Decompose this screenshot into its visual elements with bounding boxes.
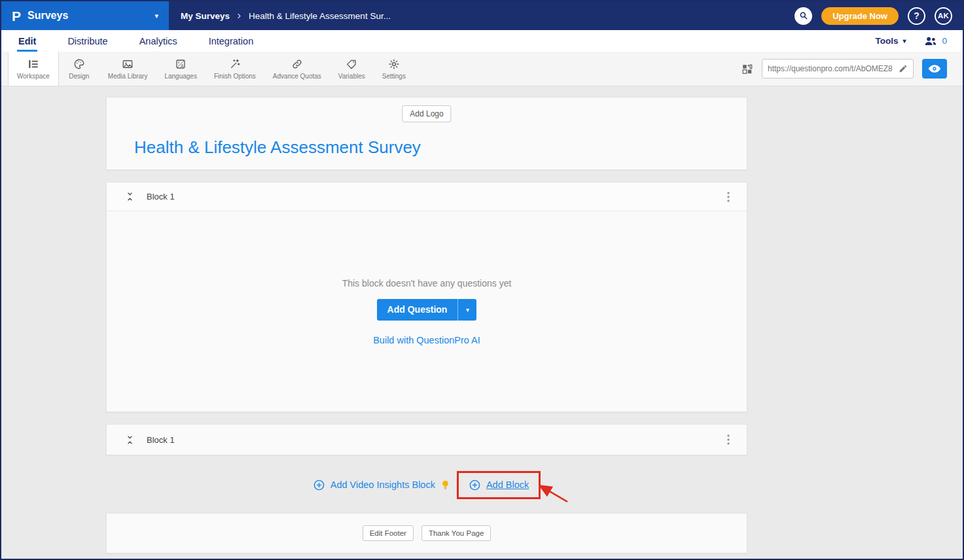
plus-circle-icon xyxy=(469,479,481,491)
block-title: Block 1 xyxy=(147,192,175,201)
toolbar-item-finish-options[interactable]: Finish Options xyxy=(205,52,264,86)
collaborators-button[interactable]: 0 xyxy=(924,36,947,46)
annotation-highlight-box: Add Block xyxy=(457,471,541,499)
breadcrumb-current: Health & Lifestyle Assessment Sur... xyxy=(249,11,391,21)
survey-footer-card: Edit Footer Thank You Page xyxy=(106,513,747,553)
questionpro-logo: P xyxy=(12,9,21,23)
toolbar-right xyxy=(741,52,956,86)
survey-editor-canvas: Add Logo Health & Lifestyle Assessment S… xyxy=(1,86,963,559)
survey-url-group xyxy=(762,59,914,79)
toolbar-item-label: Advance Quotas xyxy=(273,73,321,80)
survey-url-input[interactable] xyxy=(768,64,895,73)
toolbar-item-media-library[interactable]: Media Library xyxy=(99,52,156,86)
edit-footer-button[interactable]: Edit Footer xyxy=(363,525,414,541)
toolbar-item-label: Finish Options xyxy=(214,73,256,80)
chevron-right-icon xyxy=(236,13,242,19)
translate-icon: xA xyxy=(175,58,187,70)
tools-label: Tools xyxy=(875,36,898,46)
eye-icon xyxy=(928,64,941,73)
gear-icon xyxy=(388,58,400,70)
tab-analytics[interactable]: Analytics xyxy=(138,30,179,52)
block-body: This block doesn't have any questions ye… xyxy=(107,211,747,411)
lightbulb-icon xyxy=(440,480,450,491)
palette-icon xyxy=(73,58,85,70)
survey-title[interactable]: Health & Lifestyle Assessment Survey xyxy=(134,137,421,158)
magic-wand-icon xyxy=(229,58,241,70)
tab-integration[interactable]: Integration xyxy=(207,30,255,52)
app-window: P Surveys ▾ My Surveys Health & Lifestyl… xyxy=(0,0,964,560)
product-switcher[interactable]: P Surveys ▾ xyxy=(1,1,169,30)
link-icon xyxy=(291,58,303,70)
toolbar-item-label: Settings xyxy=(382,73,406,80)
product-name: Surveys xyxy=(27,10,68,22)
toolbar-item-label: Workspace xyxy=(17,73,50,80)
block-footer-bar: Block 1 xyxy=(106,424,747,455)
image-icon xyxy=(122,58,134,70)
build-with-ai-link[interactable]: Build with QuestionPro AI xyxy=(373,335,480,345)
svg-text:A: A xyxy=(181,63,184,67)
chevron-down-icon: ▾ xyxy=(154,12,158,20)
tag-icon xyxy=(346,58,357,70)
survey-column: Add Logo Health & Lifestyle Assessment S… xyxy=(106,97,747,553)
insert-row: Add Video Insights Block Add Block xyxy=(106,466,747,504)
toolbar-item-advance-quotas[interactable]: Advance Quotas xyxy=(264,52,330,86)
collapse-block-icon[interactable] xyxy=(125,435,135,445)
workspace-icon xyxy=(27,58,39,70)
avatar-initials: AK xyxy=(938,12,949,20)
plus-circle-icon xyxy=(313,479,325,491)
toolbar-item-label: Variables xyxy=(338,73,365,80)
preview-button[interactable] xyxy=(922,59,947,79)
block-header: Block 1 xyxy=(107,183,747,211)
add-question-button[interactable]: Add Question xyxy=(377,299,459,321)
collapse-block-icon[interactable] xyxy=(125,192,135,201)
chevron-down-icon: ▾ xyxy=(902,37,906,44)
upgrade-now-button[interactable]: Upgrade Now xyxy=(821,7,899,25)
tabs-right-actions: Tools ▾ 0 xyxy=(875,30,947,52)
block-footer-menu-kebab-icon[interactable] xyxy=(724,432,732,447)
tab-integration-label: Integration xyxy=(209,36,254,46)
thank-you-page-button[interactable]: Thank You Page xyxy=(421,525,491,541)
avatar[interactable]: AK xyxy=(935,7,952,25)
block-card: Block 1 This block doesn't have any ques… xyxy=(106,182,747,412)
toolbar-item-workspace[interactable]: Workspace xyxy=(8,52,59,86)
toolbar-item-design[interactable]: Design xyxy=(59,52,99,86)
collaborator-count: 0 xyxy=(942,36,947,46)
editor-toolbar: Workspace Design Media Library xA Langua… xyxy=(1,52,963,86)
block-footer-title: Block 1 xyxy=(147,435,175,445)
survey-header-card: Add Logo Health & Lifestyle Assessment S… xyxy=(106,97,747,170)
people-icon xyxy=(924,36,937,46)
block-empty-message: This block doesn't have any questions ye… xyxy=(342,278,512,289)
toolbar-item-label: Languages xyxy=(164,73,197,80)
breadcrumb: My Surveys Health & Lifestyle Assessment… xyxy=(181,11,391,21)
toolbar-item-label: Design xyxy=(69,73,89,80)
toolbar-item-languages[interactable]: xA Languages xyxy=(156,52,205,86)
chevron-down-icon: ▾ xyxy=(466,306,469,313)
svg-text:x: x xyxy=(178,60,180,64)
breadcrumb-my-surveys[interactable]: My Surveys xyxy=(181,11,230,21)
search-button[interactable] xyxy=(794,7,812,25)
tab-edit-label: Edit xyxy=(18,36,36,46)
add-logo-button[interactable]: Add Logo xyxy=(402,105,451,122)
search-icon xyxy=(799,11,808,20)
tab-analytics-label: Analytics xyxy=(139,36,177,46)
add-block-link[interactable]: Add Block xyxy=(469,479,529,491)
help-button[interactable]: ? xyxy=(908,7,925,25)
tab-distribute[interactable]: Distribute xyxy=(66,30,109,52)
toolbar-item-settings[interactable]: Settings xyxy=(374,52,414,86)
tools-menu[interactable]: Tools ▾ xyxy=(875,36,906,46)
grid-icon[interactable] xyxy=(741,63,753,75)
add-video-insights-label: Add Video Insights Block xyxy=(330,480,435,490)
toolbar-item-variables[interactable]: Variables xyxy=(330,52,374,86)
annotation-arrow-icon xyxy=(535,481,573,508)
add-block-label: Add Block xyxy=(486,480,529,490)
block-menu-kebab-icon[interactable] xyxy=(724,189,732,205)
question-mark-icon: ? xyxy=(914,10,919,21)
add-question-split-button: Add Question ▾ xyxy=(377,299,477,321)
top-navbar: P Surveys ▾ My Surveys Health & Lifestyl… xyxy=(1,1,963,30)
add-question-dropdown-button[interactable]: ▾ xyxy=(458,299,476,321)
main-tabs: Edit Distribute Analytics Integration To… xyxy=(1,30,963,52)
tab-edit[interactable]: Edit xyxy=(17,30,37,52)
tab-distribute-label: Distribute xyxy=(67,36,107,46)
add-video-insights-block-link[interactable]: Add Video Insights Block xyxy=(313,479,450,491)
edit-url-pencil-icon[interactable] xyxy=(899,64,908,73)
